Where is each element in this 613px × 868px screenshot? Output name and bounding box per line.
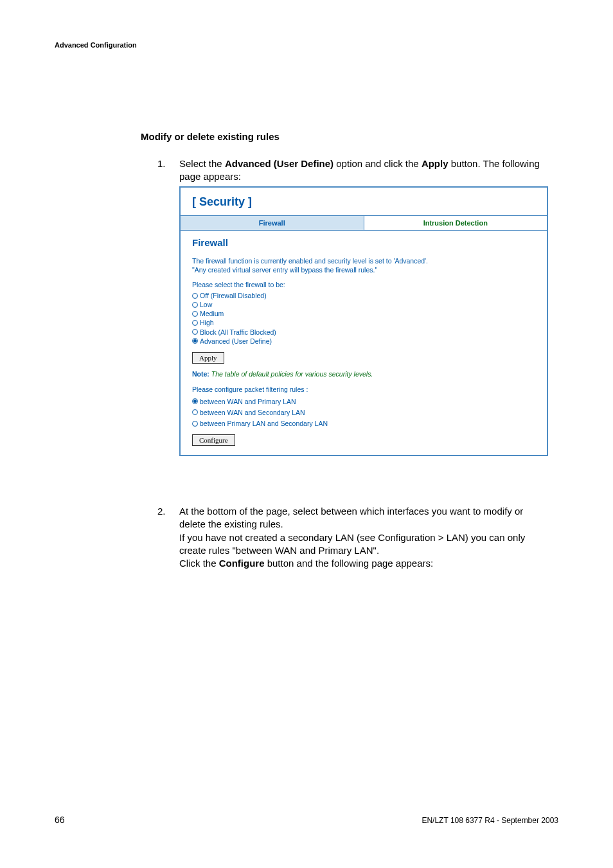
radio-option[interactable]: Low	[192, 300, 535, 309]
step-2-number: 2.	[157, 505, 166, 518]
radio-icon	[192, 338, 198, 344]
configure-button[interactable]: Configure	[192, 434, 235, 446]
radio-label: Medium	[200, 309, 224, 318]
screenshot-body: Firewall The firewall function is curren…	[181, 231, 547, 455]
page-number: 66	[55, 815, 65, 825]
step-1-bold-1: Advanced (User Define)	[225, 158, 333, 169]
section-title: Modify or delete existing rules	[141, 131, 280, 142]
tab-firewall[interactable]: Firewall	[181, 216, 364, 230]
step-2: 2. At the bottom of the page, select bet…	[160, 505, 549, 570]
radio-option[interactable]: Off (Firewall Disabled)	[192, 291, 535, 300]
radio-option[interactable]: between WAN and Secondary LAN	[192, 408, 535, 417]
radio-option[interactable]: between WAN and Primary LAN	[192, 397, 535, 406]
radio-icon	[192, 329, 198, 335]
radio-icon	[192, 320, 198, 326]
status-line-2: "Any created virtual server entry will b…	[192, 266, 377, 274]
radio-icon	[192, 302, 198, 308]
radio-label: Advanced (User Define)	[200, 337, 272, 346]
radio-label: Block (All Traffic Blocked)	[200, 328, 276, 337]
radio-label: between WAN and Primary LAN	[200, 397, 296, 406]
radio-icon	[192, 398, 198, 404]
radio-option[interactable]: Advanced (User Define)	[192, 337, 535, 346]
step-1-number: 1.	[157, 157, 166, 170]
radio-label: Low	[200, 300, 212, 309]
note-label: Note:	[192, 370, 209, 378]
configure-prompt: Please configure packet filtering rules …	[192, 385, 535, 394]
radio-icon	[192, 311, 198, 317]
firewall-status-text: The firewall function is currently enabl…	[192, 257, 535, 274]
step-2-line-1: At the bottom of the page, select betwee…	[179, 506, 523, 529]
radio-icon	[192, 293, 198, 299]
radio-label: between Primary LAN and Secondary LAN	[200, 419, 328, 428]
radio-label: High	[200, 318, 214, 327]
step-2-line-2: If you have not created a secondary LAN …	[179, 532, 525, 556]
step-2-line-3-prefix: Click the	[179, 558, 219, 569]
firewall-subtitle: Firewall	[192, 237, 535, 248]
note-line: Note: The table of default policies for …	[192, 370, 535, 378]
radio-icon	[192, 409, 198, 415]
radio-label: between WAN and Secondary LAN	[200, 408, 305, 417]
step-1-text-1: Select the	[179, 158, 225, 169]
radio-option[interactable]: High	[192, 318, 535, 327]
screenshot-title: [ Security ]	[181, 188, 547, 215]
screenshot-panel: [ Security ] Firewall Intrusion Detectio…	[179, 186, 548, 456]
tab-row: Firewall Intrusion Detection	[181, 215, 547, 231]
radio-icon	[192, 421, 198, 427]
tab-intrusion[interactable]: Intrusion Detection	[364, 216, 547, 230]
step-1: 1. Select the Advanced (User Define) opt…	[160, 157, 549, 184]
interface-radios: between WAN and Primary LANbetween WAN a…	[192, 397, 535, 429]
radio-option[interactable]: Block (All Traffic Blocked)	[192, 328, 535, 337]
radio-option[interactable]: between Primary LAN and Secondary LAN	[192, 419, 535, 428]
step-1-text-2: option and click the	[333, 158, 422, 169]
radio-label: Off (Firewall Disabled)	[200, 291, 267, 300]
note-text: The table of default policies for variou…	[211, 370, 373, 378]
step-1-bold-2: Apply	[422, 158, 449, 169]
step-2-line-3-bold: Configure	[219, 558, 265, 569]
apply-button[interactable]: Apply	[192, 352, 224, 364]
status-line-1: The firewall function is currently enabl…	[192, 257, 428, 265]
radio-option[interactable]: Medium	[192, 309, 535, 318]
footer-right: EN/LZT 108 6377 R4 - September 2003	[422, 816, 558, 825]
select-prompt: Please select the firewall to be:	[192, 281, 535, 290]
step-2-line-3-suffix: button and the following page appears:	[265, 558, 434, 569]
firewall-level-radios: Off (Firewall Disabled)LowMediumHighBloc…	[192, 291, 535, 346]
page-header: Advanced Configuration	[55, 41, 137, 49]
